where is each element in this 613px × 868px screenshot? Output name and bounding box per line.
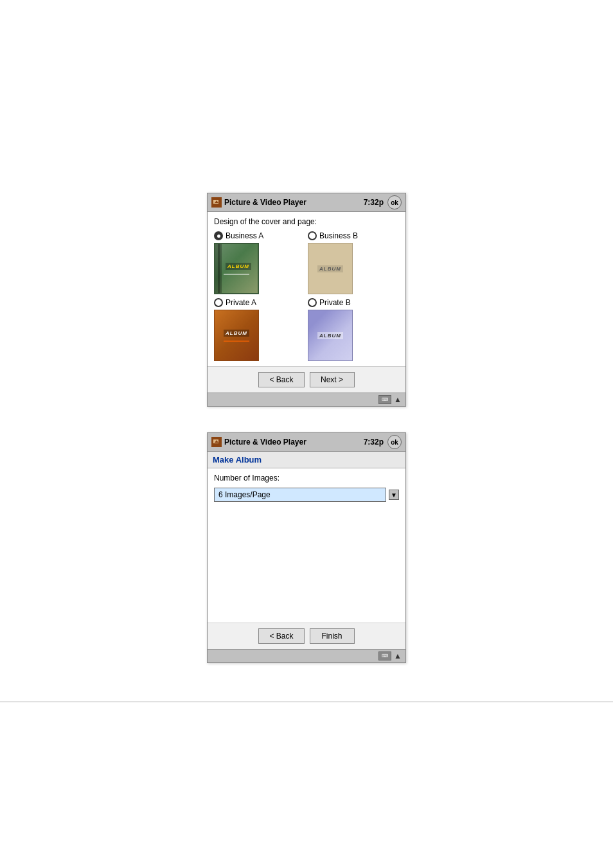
screen2-title-left: Picture & Video Player [211,437,306,447]
thumb-underline-a [224,274,249,275]
radio-label-business-b: Business B [308,231,358,240]
radio-text-business-b: Business B [319,231,358,240]
thumb-text-private-b: ALBUM [317,332,343,339]
screen1-button-bar: < Back Next > [208,366,405,393]
thumb-inner-a: ALBUM [215,244,258,293]
screen2-app-name: Picture & Video Player [224,438,306,447]
page-divider [0,702,613,702]
screen2-titlebar: Picture & Video Player 7:32p ok [208,433,405,452]
keyboard-icon-2: ⌨ [378,651,391,660]
radio-label-private-b: Private B [308,298,351,307]
thumb-inner-d: ALBUM [308,310,352,360]
screen2-finish-button[interactable]: Finish [310,628,355,644]
thumb-private-b: ALBUM [308,310,353,361]
radio-text-private-b: Private B [319,298,351,307]
screen1-content-label: Design of the cover and page: [214,217,399,226]
screen2-content-label: Number of Images: [214,474,399,483]
thumb-inner-c: ALBUM [215,310,258,360]
screen1: Picture & Video Player 7:32p ok Design o… [207,193,406,407]
screen1-time: 7:32p [364,198,384,207]
dropdown-arrow-button[interactable]: ▼ [389,490,399,500]
screen1-status-bar: ⌨ ▲ [208,393,405,406]
thumb-inner-b: ALBUM [308,244,352,294]
screen1-app-name: Picture & Video Player [224,198,306,207]
thumb-text-business-a: ALBUM [226,263,251,270]
status-arrow-2: ▲ [394,651,402,660]
screen1-back-button[interactable]: < Back [258,372,304,387]
screen2-back-button[interactable]: < Back [258,628,304,644]
dropdown-row: 6 Images/Page ▼ [214,488,399,502]
radio-circle-private-a [214,298,223,307]
screen1-ok-button[interactable]: ok [387,195,402,209]
dropdown-value: 6 Images/Page [218,490,271,499]
screen2-status-bar: ⌨ ▲ [208,649,405,662]
thumb-private-a: ALBUM [214,310,259,361]
option-private-b[interactable]: Private B ALBUM [308,298,399,361]
thumb-business-a: ALBUM [214,243,259,294]
screen2-ok-button[interactable]: ok [387,435,402,449]
radio-label-business-a: Business A [214,231,263,240]
thumb-underline-c [224,341,249,342]
screen1-title-left: Picture & Video Player [211,197,306,208]
keyboard-icon-1: ⌨ [378,395,391,404]
images-per-page-dropdown[interactable]: 6 Images/Page [214,488,386,502]
app-icon-2 [211,437,222,447]
option-business-a[interactable]: Business A ALBUM [214,231,305,294]
radio-circle-business-a [214,231,223,240]
app-icon [211,197,222,208]
thumb-spine-a [215,244,220,293]
screen2-content: Number of Images: 6 Images/Page ▼ [208,468,405,623]
screen2: Picture & Video Player 7:32p ok Make Alb… [207,432,406,663]
option-private-a[interactable]: Private A ALBUM [214,298,305,361]
page-wrapper: Picture & Video Player 7:32p ok Design o… [0,13,613,702]
thumb-text-business-b: ALBUM [317,265,343,272]
radio-text-business-a: Business A [226,231,263,240]
screen1-next-button[interactable]: Next > [310,372,355,387]
status-arrow-1: ▲ [394,395,402,404]
thumb-text-private-a: ALBUM [224,330,249,337]
thumb-business-b: ALBUM [308,243,353,294]
screen1-content: Design of the cover and page: Business A… [208,212,405,366]
radio-label-private-a: Private A [214,298,256,307]
screen1-radio-grid: Business A ALBUM Business B [214,231,399,361]
screen2-section-header: Make Album [208,452,405,468]
screen2-button-bar: < Back Finish [208,623,405,649]
radio-circle-business-b [308,231,317,240]
option-business-b[interactable]: Business B ALBUM [308,231,399,294]
screen2-time: 7:32p [364,438,384,447]
screen1-titlebar: Picture & Video Player 7:32p ok [208,193,405,212]
radio-circle-private-b [308,298,317,307]
radio-text-private-a: Private A [226,298,256,307]
